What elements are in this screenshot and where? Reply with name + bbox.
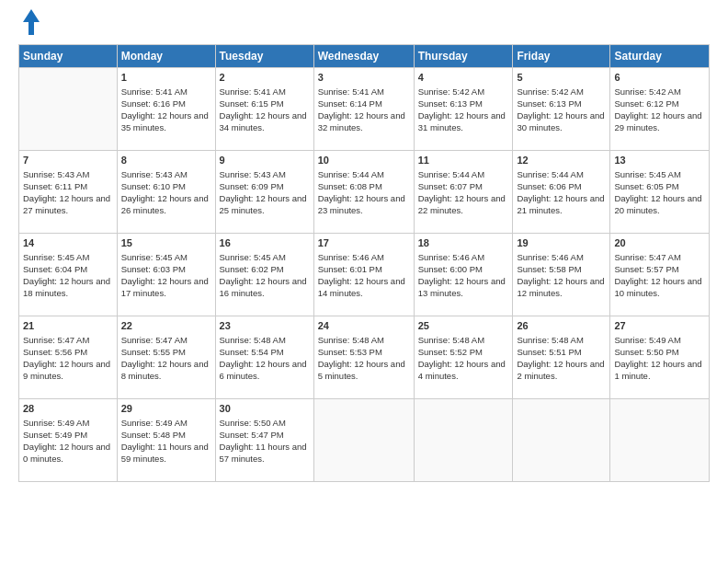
day-info: Sunrise: 5:49 AMSunset: 5:50 PMDaylight:… — [614, 335, 705, 382]
day-cell: 11Sunrise: 5:44 AMSunset: 6:07 PMDayligh… — [414, 151, 513, 234]
day-number: 18 — [418, 236, 509, 250]
calendar-table: SundayMondayTuesdayWednesdayThursdayFrid… — [18, 44, 710, 482]
page: SundayMondayTuesdayWednesdayThursdayFrid… — [0, 0, 728, 563]
day-info: Sunrise: 5:42 AMSunset: 6:13 PMDaylight:… — [418, 86, 509, 133]
week-row-3: 21Sunrise: 5:47 AMSunset: 5:56 PMDayligh… — [19, 316, 710, 399]
day-info: Sunrise: 5:48 AMSunset: 5:52 PMDaylight:… — [418, 335, 509, 382]
day-info: Sunrise: 5:48 AMSunset: 5:53 PMDaylight:… — [318, 335, 410, 382]
day-number: 9 — [220, 154, 310, 167]
day-cell — [610, 399, 710, 482]
weekday-tuesday: Tuesday — [215, 45, 313, 68]
day-cell: 4Sunrise: 5:42 AMSunset: 6:13 PMDaylight… — [414, 68, 513, 151]
day-cell: 28Sunrise: 5:49 AMSunset: 5:49 PMDayligh… — [19, 399, 118, 482]
day-info: Sunrise: 5:44 AMSunset: 6:06 PMDaylight:… — [517, 169, 606, 216]
day-info: Sunrise: 5:42 AMSunset: 6:12 PMDaylight:… — [614, 86, 705, 133]
day-cell — [513, 399, 610, 482]
day-info: Sunrise: 5:43 AMSunset: 6:10 PMDaylight:… — [121, 169, 211, 216]
day-info: Sunrise: 5:47 AMSunset: 5:57 PMDaylight:… — [614, 252, 705, 299]
week-row-4: 28Sunrise: 5:49 AMSunset: 5:49 PMDayligh… — [19, 399, 710, 482]
day-cell: 13Sunrise: 5:45 AMSunset: 6:05 PMDayligh… — [610, 151, 710, 234]
day-info: Sunrise: 5:44 AMSunset: 6:08 PMDaylight:… — [318, 169, 410, 216]
day-info: Sunrise: 5:41 AMSunset: 6:15 PMDaylight:… — [220, 86, 310, 133]
day-info: Sunrise: 5:43 AMSunset: 6:09 PMDaylight:… — [220, 169, 310, 216]
day-cell: 25Sunrise: 5:48 AMSunset: 5:52 PMDayligh… — [414, 316, 513, 399]
weekday-header-row: SundayMondayTuesdayWednesdayThursdayFrid… — [19, 45, 710, 68]
day-number: 7 — [23, 154, 113, 167]
day-cell: 2Sunrise: 5:41 AMSunset: 6:15 PMDaylight… — [215, 68, 313, 151]
day-number: 25 — [418, 319, 509, 333]
day-number: 30 — [220, 402, 310, 416]
day-info: Sunrise: 5:41 AMSunset: 6:14 PMDaylight:… — [318, 86, 410, 133]
week-row-2: 14Sunrise: 5:45 AMSunset: 6:04 PMDayligh… — [19, 234, 710, 316]
day-cell: 3Sunrise: 5:41 AMSunset: 6:14 PMDaylight… — [313, 68, 414, 151]
day-number: 15 — [121, 236, 211, 250]
day-number: 28 — [23, 402, 113, 416]
week-row-1: 7Sunrise: 5:43 AMSunset: 6:11 PMDaylight… — [19, 151, 710, 234]
day-cell — [414, 399, 513, 482]
day-cell: 21Sunrise: 5:47 AMSunset: 5:56 PMDayligh… — [19, 316, 118, 399]
day-cell: 26Sunrise: 5:48 AMSunset: 5:51 PMDayligh… — [513, 316, 610, 399]
day-cell: 23Sunrise: 5:48 AMSunset: 5:54 PMDayligh… — [215, 316, 313, 399]
day-cell — [313, 399, 414, 482]
day-info: Sunrise: 5:45 AMSunset: 6:03 PMDaylight:… — [121, 252, 211, 299]
logo — [18, 15, 41, 35]
day-cell: 24Sunrise: 5:48 AMSunset: 5:53 PMDayligh… — [313, 316, 414, 399]
day-number: 17 — [318, 236, 410, 250]
week-row-0: 1Sunrise: 5:41 AMSunset: 6:16 PMDaylight… — [19, 68, 710, 151]
day-cell: 7Sunrise: 5:43 AMSunset: 6:11 PMDaylight… — [19, 151, 118, 234]
weekday-sunday: Sunday — [19, 45, 118, 68]
weekday-thursday: Thursday — [414, 45, 513, 68]
day-cell: 10Sunrise: 5:44 AMSunset: 6:08 PMDayligh… — [313, 151, 414, 234]
day-info: Sunrise: 5:47 AMSunset: 5:55 PMDaylight:… — [121, 335, 211, 382]
day-number: 4 — [418, 71, 509, 85]
day-cell: 12Sunrise: 5:44 AMSunset: 6:06 PMDayligh… — [513, 151, 610, 234]
day-number: 13 — [614, 154, 705, 167]
day-number: 16 — [220, 236, 310, 250]
day-cell: 19Sunrise: 5:46 AMSunset: 5:58 PMDayligh… — [513, 234, 610, 316]
day-info: Sunrise: 5:48 AMSunset: 5:54 PMDaylight:… — [220, 335, 310, 382]
weekday-monday: Monday — [117, 45, 215, 68]
weekday-friday: Friday — [513, 45, 610, 68]
day-number: 19 — [517, 236, 606, 250]
day-cell: 17Sunrise: 5:46 AMSunset: 6:01 PMDayligh… — [313, 234, 414, 316]
day-number: 23 — [220, 319, 310, 333]
day-number: 2 — [220, 71, 310, 85]
day-cell: 16Sunrise: 5:45 AMSunset: 6:02 PMDayligh… — [215, 234, 313, 316]
day-number: 11 — [418, 154, 509, 167]
svg-marker-0 — [23, 9, 40, 35]
day-cell: 18Sunrise: 5:46 AMSunset: 6:00 PMDayligh… — [414, 234, 513, 316]
day-info: Sunrise: 5:46 AMSunset: 6:01 PMDaylight:… — [318, 252, 410, 299]
day-info: Sunrise: 5:49 AMSunset: 5:49 PMDaylight:… — [23, 418, 113, 465]
day-number: 24 — [318, 319, 410, 333]
day-info: Sunrise: 5:49 AMSunset: 5:48 PMDaylight:… — [121, 418, 211, 465]
day-number: 5 — [517, 71, 606, 85]
day-info: Sunrise: 5:45 AMSunset: 6:05 PMDaylight:… — [614, 169, 705, 216]
day-cell: 15Sunrise: 5:45 AMSunset: 6:03 PMDayligh… — [117, 234, 215, 316]
day-number: 22 — [121, 319, 211, 333]
day-cell: 8Sunrise: 5:43 AMSunset: 6:10 PMDaylight… — [117, 151, 215, 234]
day-info: Sunrise: 5:50 AMSunset: 5:47 PMDaylight:… — [220, 418, 310, 465]
weekday-wednesday: Wednesday — [313, 45, 414, 68]
day-cell: 5Sunrise: 5:42 AMSunset: 6:13 PMDaylight… — [513, 68, 610, 151]
day-cell: 6Sunrise: 5:42 AMSunset: 6:12 PMDaylight… — [610, 68, 710, 151]
day-cell — [19, 68, 118, 151]
day-info: Sunrise: 5:47 AMSunset: 5:56 PMDaylight:… — [23, 335, 113, 382]
day-cell: 30Sunrise: 5:50 AMSunset: 5:47 PMDayligh… — [215, 399, 313, 482]
day-number: 12 — [517, 154, 606, 167]
day-info: Sunrise: 5:43 AMSunset: 6:11 PMDaylight:… — [23, 169, 113, 216]
day-number: 21 — [23, 319, 113, 333]
day-number: 29 — [121, 402, 211, 416]
day-number: 3 — [318, 71, 410, 85]
day-cell: 14Sunrise: 5:45 AMSunset: 6:04 PMDayligh… — [19, 234, 118, 316]
day-info: Sunrise: 5:45 AMSunset: 6:02 PMDaylight:… — [220, 252, 310, 299]
day-cell: 22Sunrise: 5:47 AMSunset: 5:55 PMDayligh… — [117, 316, 215, 399]
day-cell: 9Sunrise: 5:43 AMSunset: 6:09 PMDaylight… — [215, 151, 313, 234]
day-cell: 1Sunrise: 5:41 AMSunset: 6:16 PMDaylight… — [117, 68, 215, 151]
day-number: 1 — [121, 71, 211, 85]
day-info: Sunrise: 5:42 AMSunset: 6:13 PMDaylight:… — [517, 86, 606, 133]
day-number: 20 — [614, 236, 705, 250]
day-cell: 20Sunrise: 5:47 AMSunset: 5:57 PMDayligh… — [610, 234, 710, 316]
weekday-saturday: Saturday — [610, 45, 710, 68]
day-cell: 29Sunrise: 5:49 AMSunset: 5:48 PMDayligh… — [117, 399, 215, 482]
day-number: 14 — [23, 236, 113, 250]
